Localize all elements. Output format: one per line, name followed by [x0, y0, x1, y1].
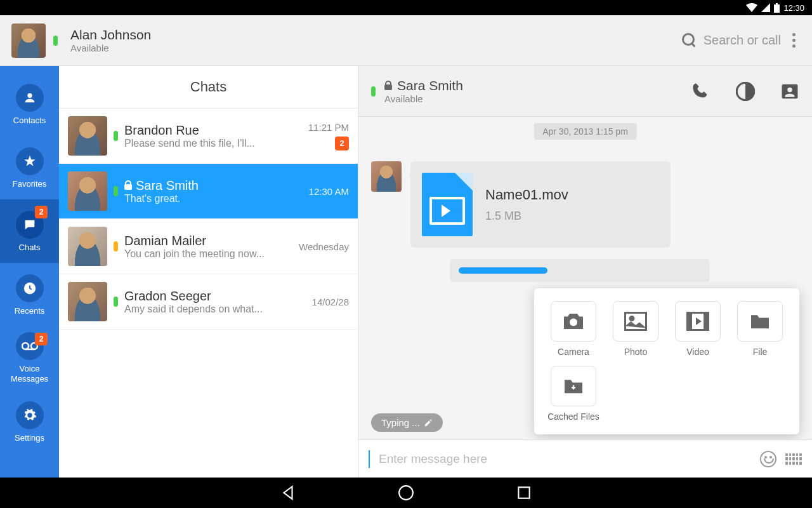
svg-point-16: [399, 486, 413, 500]
chat-time: 11:21 PM: [308, 122, 349, 133]
battery-icon: [774, 3, 780, 13]
search-area[interactable]: Search or call: [682, 33, 781, 48]
svg-rect-15: [705, 313, 709, 330]
search-placeholder: Search or call: [704, 33, 781, 48]
svg-point-4: [22, 343, 29, 349]
back-button[interactable]: [280, 485, 296, 501]
chat-time: 14/02/28: [312, 297, 349, 307]
attach-photo[interactable]: Photo: [609, 301, 662, 357]
chat-avatar: [68, 171, 107, 211]
status-time: 12:30: [783, 3, 804, 13]
nav-recents[interactable]: Recents: [0, 263, 59, 326]
keyboard-button[interactable]: [785, 453, 802, 465]
conversation-body: Apr 30, 2013 1:15 pm Name01.mov 1.5 MB: [358, 117, 812, 439]
nav-badge: 2: [35, 333, 48, 345]
input-cursor: [369, 450, 370, 468]
contact-card-button[interactable]: [780, 82, 799, 101]
file-name: Name01.mov: [485, 187, 568, 203]
chat-name: Gradon Seeger: [124, 289, 211, 304]
contacts-icon: [16, 84, 44, 112]
current-user-status-dot: [53, 36, 58, 46]
conversation-panel: Sara Smith Available Apr 30, 2013 1:15 p…: [358, 66, 812, 478]
attach-cached-files[interactable]: Cached Files: [547, 366, 600, 422]
svg-rect-1: [776, 3, 778, 4]
photo-icon: [624, 312, 647, 331]
recents-button[interactable]: [516, 485, 532, 501]
clock-icon: [16, 274, 44, 302]
wifi-icon: [746, 3, 757, 12]
current-user-avatar[interactable]: [11, 23, 46, 58]
home-button[interactable]: [398, 485, 414, 501]
attach-label: Photo: [624, 347, 648, 357]
chat-preview: You can join the meeting now...: [124, 248, 299, 260]
nav-label: Favorites: [13, 179, 46, 189]
download-progress[interactable]: [450, 259, 710, 282]
svg-point-12: [630, 317, 634, 321]
chat-item[interactable]: Gradon Seeger Amy said it depends on wha…: [59, 274, 358, 330]
chat-item[interactable]: Sara Smith That's great. 12:30 AM: [59, 164, 358, 219]
nav-contacts[interactable]: Contacts: [0, 72, 59, 136]
video-file-icon: [422, 173, 473, 236]
attach-label: File: [753, 347, 768, 357]
chat-preview: Amy said it depends on what...: [124, 304, 312, 315]
file-size: 1.5 MB: [485, 210, 568, 223]
signal-icon: [761, 3, 770, 12]
svg-rect-14: [688, 313, 691, 330]
nav-settings[interactable]: Settings: [0, 390, 59, 453]
chat-item[interactable]: Damian Mailer You can join the meeting n…: [59, 219, 358, 274]
svg-point-9: [787, 87, 792, 92]
attach-file[interactable]: File: [733, 301, 787, 357]
svg-rect-17: [518, 487, 529, 498]
contact-status-dot: [371, 86, 376, 97]
search-icon: [682, 33, 697, 48]
folder-icon: [749, 312, 771, 330]
conversation-subtitle: Available: [384, 93, 463, 104]
progress-bar-fill: [459, 267, 547, 274]
current-user-name: Alan Johnson: [70, 27, 682, 43]
svg-point-2: [27, 93, 32, 97]
camera-icon: [562, 312, 585, 331]
overflow-menu-button[interactable]: [787, 33, 801, 48]
typing-indicator: Typing ...: [371, 413, 443, 432]
unread-badge: 2: [335, 137, 349, 150]
attachment-menu: Camera Photo Video File: [534, 288, 799, 434]
cached-folder-icon: [563, 377, 584, 395]
chat-avatar: [68, 227, 107, 266]
status-dot: [114, 131, 118, 141]
status-dot: [114, 186, 118, 196]
attach-camera[interactable]: Camera: [547, 301, 600, 357]
nav-label: Chats: [19, 243, 41, 252]
android-nav-bar: [0, 478, 812, 508]
presence-button[interactable]: [736, 82, 755, 101]
nav-chats[interactable]: Chats 2: [0, 199, 59, 263]
current-user-status: Available: [70, 43, 682, 53]
svg-point-10: [570, 319, 577, 326]
nav-label: Recents: [15, 306, 45, 316]
compose-bar: [358, 439, 812, 478]
nav-voice-messages[interactable]: Voice Messages 2: [0, 326, 59, 390]
star-icon: [16, 147, 44, 175]
file-message-bubble[interactable]: Name01.mov 1.5 MB: [410, 161, 671, 248]
chat-name: Brandon Rue: [124, 123, 199, 138]
chat-avatar: [68, 282, 107, 321]
chat-list-panel: Chats Brandon Rue Please send me this fi…: [59, 66, 358, 478]
chat-time: 12:30 AM: [309, 186, 349, 197]
chat-list-title: Chats: [59, 66, 358, 109]
status-dot: [114, 241, 118, 251]
call-button[interactable]: [691, 82, 710, 101]
message-row: Name01.mov 1.5 MB: [371, 161, 799, 282]
chat-item[interactable]: Brandon Rue Please send me this file, I'…: [59, 109, 358, 164]
message-avatar: [371, 161, 402, 192]
date-separator: Apr 30, 2013 1:15 pm: [534, 123, 637, 140]
chat-avatar: [68, 116, 107, 156]
emoji-button[interactable]: [760, 451, 776, 467]
conversation-header: Sara Smith Available: [358, 66, 812, 117]
video-icon: [686, 312, 709, 331]
nav-favorites[interactable]: Favorites: [0, 136, 59, 199]
nav-label: Voice Messages: [0, 364, 59, 384]
message-input[interactable]: [379, 452, 751, 466]
android-status-bar: 12:30: [0, 0, 812, 15]
chat-time: Wednesday: [299, 241, 349, 252]
attach-video[interactable]: Video: [671, 301, 724, 357]
conversation-title: Sara Smith: [397, 78, 463, 93]
